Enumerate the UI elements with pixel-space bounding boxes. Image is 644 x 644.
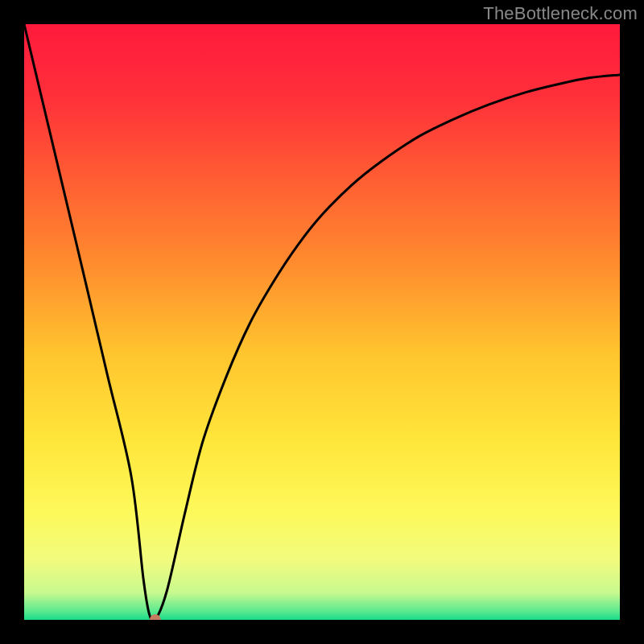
chart-frame: TheBottleneck.com (0, 0, 644, 644)
gradient-background (24, 24, 620, 620)
chart-plot (24, 24, 620, 620)
watermark-text: TheBottleneck.com (483, 3, 638, 24)
